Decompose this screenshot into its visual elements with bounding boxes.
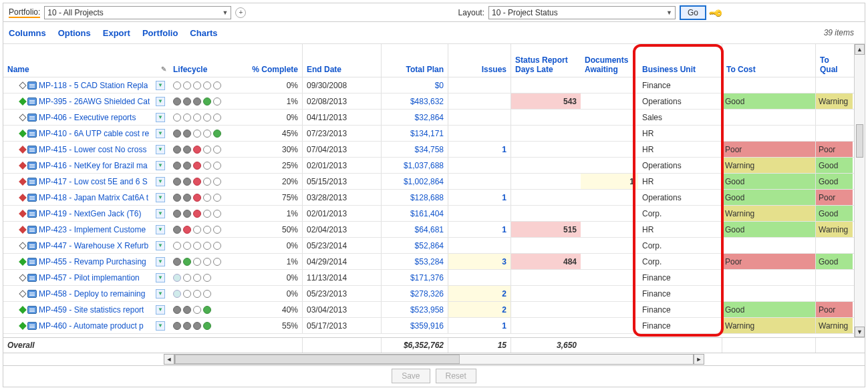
plan-cell[interactable]: $53,284	[382, 254, 448, 269]
row-dropdown-icon[interactable]: ▼	[156, 97, 165, 106]
key-icon[interactable]: 🔑	[708, 5, 724, 20]
col-days[interactable]: Status ReportDays Late	[511, 44, 581, 77]
hscroll-thumb[interactable]	[175, 355, 460, 364]
project-link[interactable]: MP-406 - Executive reports	[39, 113, 136, 122]
col-issues[interactable]: Issues	[448, 44, 511, 77]
scroll-down-icon[interactable]: ▼	[855, 327, 865, 337]
status-diamond-icon	[19, 274, 26, 281]
project-link[interactable]: MP-410 - 6A UTP cable cost re	[39, 129, 149, 138]
row-dropdown-icon[interactable]: ▼	[156, 129, 165, 138]
row-dropdown-icon[interactable]: ▼	[156, 257, 165, 266]
add-portfolio-button[interactable]: +	[235, 7, 246, 18]
project-link[interactable]: MP-447 - Warehouse X Refurb	[39, 241, 148, 250]
issues-cell[interactable]	[448, 158, 511, 173]
columns-link[interactable]: Columns	[9, 28, 46, 38]
row-dropdown-icon[interactable]: ▼	[156, 161, 165, 170]
row-dropdown-icon[interactable]: ▼	[156, 225, 165, 234]
issues-cell[interactable]: 2	[448, 286, 511, 301]
issues-cell[interactable]	[448, 206, 511, 221]
project-link[interactable]: MP-395 - 26AWG Shielded Cat	[39, 97, 150, 106]
col-name[interactable]: Name✎	[3, 44, 169, 77]
project-link[interactable]: MP-455 - Revamp Purchasing	[39, 257, 146, 266]
export-link[interactable]: Export	[103, 28, 130, 38]
plan-cell[interactable]: $483,632	[382, 93, 448, 109]
plan-cell[interactable]: $32,864	[382, 110, 448, 125]
project-link[interactable]: MP-460 - Automate product p	[39, 321, 144, 331]
plan-cell[interactable]: $161,404	[382, 206, 448, 221]
issues-cell[interactable]	[448, 126, 511, 141]
project-link[interactable]: MP-419 - NextGen Jack (T6)	[39, 209, 141, 218]
project-link[interactable]: MP-415 - Lower cost No cross	[39, 145, 146, 154]
scroll-right-icon[interactable]: ►	[694, 354, 704, 365]
layout-select[interactable]: 10 - Project Status ▼	[488, 6, 676, 19]
end-cell: 02/01/2013	[303, 206, 382, 221]
vertical-scrollbar[interactable]: ▲ ▼	[854, 44, 865, 337]
row-dropdown-icon[interactable]: ▼	[156, 81, 165, 90]
plan-cell[interactable]: $128,688	[382, 190, 448, 205]
reset-button[interactable]: Reset	[436, 369, 476, 383]
col-pct[interactable]: % Complete	[235, 44, 303, 77]
plan-cell[interactable]: $0	[382, 77, 448, 93]
project-link[interactable]: MP-459 - Site statistics report	[39, 305, 144, 315]
col-qual[interactable]: To Qual	[816, 44, 853, 77]
row-dropdown-icon[interactable]: ▼	[156, 209, 165, 218]
charts-link[interactable]: Charts	[190, 28, 217, 38]
scroll-thumb[interactable]	[856, 124, 863, 158]
col-docs[interactable]: DocumentsAwaiting	[581, 44, 638, 77]
issues-cell[interactable]: 1	[448, 142, 511, 157]
issues-cell[interactable]: 1	[448, 222, 511, 237]
project-link[interactable]: MP-423 - Implement Custome	[39, 225, 146, 234]
project-link[interactable]: MP-418 - Japan Matrix Cat6A t	[39, 193, 148, 202]
portfolio-select[interactable]: 10 - All Projects ▼	[44, 6, 231, 19]
plan-cell[interactable]: $171,376	[382, 270, 448, 285]
row-dropdown-icon[interactable]: ▼	[156, 289, 165, 299]
col-plan[interactable]: Total Plan	[382, 44, 448, 77]
pct-cell: 40%	[235, 302, 303, 317]
issues-cell[interactable]: 1	[448, 318, 511, 333]
row-dropdown-icon[interactable]: ▼	[156, 113, 165, 122]
col-bu[interactable]: Business Unit	[638, 44, 722, 77]
go-button[interactable]: Go	[680, 5, 706, 20]
row-dropdown-icon[interactable]: ▼	[156, 177, 165, 186]
issues-cell[interactable]: 3	[448, 254, 511, 269]
row-dropdown-icon[interactable]: ▼	[156, 145, 165, 154]
project-icon	[27, 210, 37, 218]
row-dropdown-icon[interactable]: ▼	[156, 193, 165, 202]
col-end[interactable]: End Date	[303, 44, 382, 77]
plan-cell[interactable]: $64,681	[382, 222, 448, 237]
project-link[interactable]: MP-416 - NetKey for Brazil ma	[39, 161, 148, 170]
portfolio-link[interactable]: Portfolio	[142, 28, 178, 38]
issues-cell[interactable]	[448, 174, 511, 189]
save-button[interactable]: Save	[392, 369, 430, 383]
plan-cell[interactable]: $52,864	[382, 238, 448, 253]
scroll-up-icon[interactable]: ▲	[855, 44, 865, 55]
options-link[interactable]: Options	[58, 28, 91, 38]
table-row: MP-406 - Executive reports ▼ 0% 04/11/20…	[3, 110, 865, 126]
plan-cell[interactable]: $278,326	[382, 286, 448, 301]
issues-cell[interactable]	[448, 238, 511, 253]
plan-cell[interactable]: $359,916	[382, 318, 448, 333]
plan-cell[interactable]: $1,002,864	[382, 174, 448, 189]
row-dropdown-icon[interactable]: ▼	[156, 321, 165, 331]
issues-cell[interactable]	[448, 77, 511, 93]
row-dropdown-icon[interactable]: ▼	[156, 305, 165, 315]
col-lifecycle[interactable]: Lifecycle	[169, 44, 235, 77]
issues-cell[interactable]	[448, 93, 511, 109]
plan-cell[interactable]: $1,037,688	[382, 158, 448, 173]
row-dropdown-icon[interactable]: ▼	[156, 241, 165, 250]
col-cost[interactable]: To Cost	[722, 44, 816, 77]
plan-cell[interactable]: $34,758	[382, 142, 448, 157]
plan-cell[interactable]: $523,958	[382, 302, 448, 317]
project-link[interactable]: MP-457 - Pilot implemantion	[39, 273, 140, 282]
project-link[interactable]: MP-417 - Low cost 5E and 6 S	[39, 177, 148, 186]
horizontal-scrollbar[interactable]: ◄ ►	[3, 353, 865, 365]
project-link[interactable]: MP-118 - 5 CAD Station Repla	[39, 81, 148, 90]
issues-cell[interactable]	[448, 110, 511, 125]
row-dropdown-icon[interactable]: ▼	[156, 273, 165, 282]
plan-cell[interactable]: $134,171	[382, 126, 448, 141]
scroll-left-icon[interactable]: ◄	[164, 354, 174, 365]
issues-cell[interactable]	[448, 270, 511, 285]
issues-cell[interactable]: 2	[448, 302, 511, 317]
issues-cell[interactable]: 1	[448, 190, 511, 205]
project-link[interactable]: MP-458 - Deploy to remaining	[39, 289, 145, 299]
